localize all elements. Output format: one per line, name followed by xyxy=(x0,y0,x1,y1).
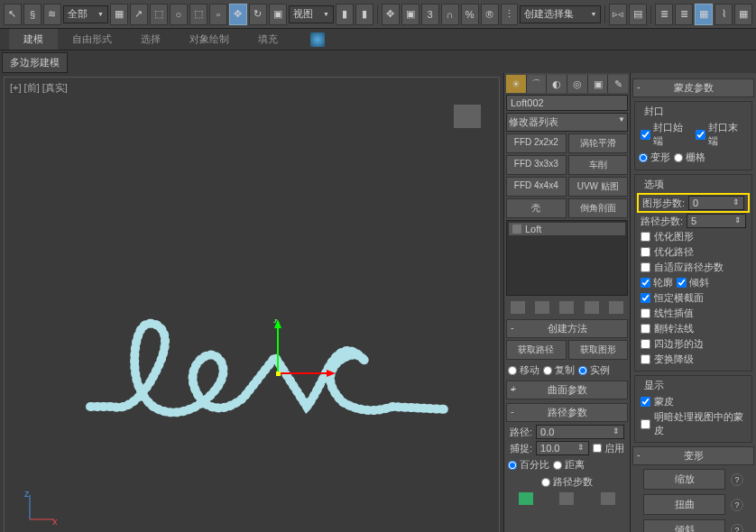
scale-icon[interactable]: ▣ xyxy=(269,4,287,25)
tool-icon[interactable]: ▦ xyxy=(695,4,713,25)
snap-icon[interactable]: ® xyxy=(481,4,499,25)
move-icon[interactable]: ✥ xyxy=(229,4,247,25)
tool-icon[interactable]: ▦ xyxy=(110,4,128,25)
morph-radio[interactable]: 变形 xyxy=(639,151,670,164)
marquee-icon[interactable]: ⬚ xyxy=(150,4,168,25)
opt-check[interactable]: 变换降级 xyxy=(637,352,750,367)
circle-icon[interactable]: ○ xyxy=(170,4,188,25)
radio-pct[interactable]: 百分比 xyxy=(508,458,549,472)
toggle-icon[interactable]: ? xyxy=(731,473,743,486)
radio-steps[interactable]: 路径步数 xyxy=(541,475,593,489)
tab-freeform[interactable]: 自由形式 xyxy=(58,29,126,50)
cap-start-check[interactable]: 封口始端 xyxy=(641,121,692,148)
tool-icon[interactable]: ✥ xyxy=(382,4,400,25)
mod-btn[interactable]: 壳 xyxy=(506,198,567,218)
prev-icon[interactable] xyxy=(559,492,574,505)
tool-icon[interactable]: ▮ xyxy=(355,4,373,25)
tool-icon[interactable]: ↖ xyxy=(4,4,22,25)
mod-btn[interactable]: FFD 4x4x4 xyxy=(506,177,567,197)
tool-icon[interactable]: ↗ xyxy=(130,4,148,25)
mod-btn[interactable]: 涡轮平滑 xyxy=(568,133,629,153)
path-spinner[interactable]: 0.0 xyxy=(536,425,624,439)
object-name-input[interactable] xyxy=(506,95,628,111)
tool-icon[interactable] xyxy=(585,301,599,314)
mod-btn[interactable]: 倒角剖面 xyxy=(568,198,629,218)
teeter-deform-btn[interactable]: 倾斜 xyxy=(643,519,725,532)
mirror-icon[interactable]: ▹◃ xyxy=(609,4,627,25)
radio-instance[interactable]: 实例 xyxy=(578,363,610,377)
snap-icon[interactable]: ∩ xyxy=(441,4,459,25)
mod-btn[interactable]: FFD 2x2x2 xyxy=(506,133,567,153)
modifier-dropdown[interactable]: 修改器列表 xyxy=(506,113,628,132)
radio-copy[interactable]: 复制 xyxy=(543,363,575,377)
modifier-stack[interactable]: Loft xyxy=(506,220,628,296)
viewport-label[interactable]: [+] [前] [真实] xyxy=(10,81,68,95)
tool-icon[interactable]: ▣ xyxy=(401,4,419,25)
tool-icon[interactable]: ⋮ xyxy=(501,4,519,25)
tab-objpaint[interactable]: 对象绘制 xyxy=(175,29,244,50)
opt-check[interactable]: 倾斜 xyxy=(677,276,709,289)
snap-spinner[interactable]: 10.0 xyxy=(536,441,589,455)
rollup-deform[interactable]: 变形 xyxy=(632,446,754,465)
get-shape-btn[interactable]: 获取图形 xyxy=(568,340,629,360)
toggle-icon[interactable]: ? xyxy=(731,524,743,533)
tab-icon[interactable]: ◎ xyxy=(567,75,587,93)
radio-dist[interactable]: 距离 xyxy=(553,458,585,472)
snap-icon[interactable]: % xyxy=(461,4,479,25)
scale-deform-btn[interactable]: 缩放 xyxy=(643,469,725,490)
move-gizmo[interactable]: y xyxy=(271,319,343,391)
tab-modify-icon[interactable]: ⌒ xyxy=(527,75,547,93)
tab-selection[interactable]: 选择 xyxy=(126,29,175,50)
curve-icon[interactable]: ⌇ xyxy=(715,4,733,25)
tool-icon[interactable]: ▫ xyxy=(209,4,227,25)
refsys-dropdown[interactable]: 视图 xyxy=(289,5,334,23)
mod-btn[interactable]: UVW 贴图 xyxy=(568,177,629,197)
viewport[interactable]: [+] [前] [真实] y zx xyxy=(4,77,500,532)
tab-fill[interactable]: 填充 xyxy=(244,29,292,50)
config-icon[interactable] xyxy=(609,301,623,314)
mod-btn[interactable]: 车削 xyxy=(568,155,629,175)
viewcube[interactable] xyxy=(454,105,481,128)
fence-icon[interactable]: ⬚ xyxy=(189,4,207,25)
path-steps-spinner[interactable]: 5 xyxy=(687,214,746,228)
opt-check[interactable]: 四边形的边 xyxy=(637,336,750,352)
tool-icon[interactable]: ▮ xyxy=(336,4,354,25)
opt-check[interactable]: 线性插值 xyxy=(637,306,750,321)
tool-icon[interactable]: ≣ xyxy=(675,4,693,25)
schematic-icon[interactable]: ▦ xyxy=(734,4,752,25)
twist-deform-btn[interactable]: 扭曲 xyxy=(643,494,725,515)
opt-check[interactable]: 自适应路径步数 xyxy=(637,260,750,275)
opt-check[interactable]: 翻转法线 xyxy=(637,321,750,336)
tab-create-icon[interactable]: ☀ xyxy=(506,75,526,93)
snap-icon[interactable]: 3 xyxy=(421,4,439,25)
opt-check[interactable]: 优化图形 xyxy=(637,229,750,244)
selset-dropdown[interactable]: 创建选择集 xyxy=(520,5,601,23)
opt-check[interactable]: 优化路径 xyxy=(637,244,750,260)
rotate-icon[interactable]: ↻ xyxy=(249,4,267,25)
tool-icon[interactable]: § xyxy=(23,4,41,25)
tool-icon[interactable] xyxy=(559,301,574,314)
opt-check[interactable]: 恒定横截面 xyxy=(637,290,750,306)
radio-move[interactable]: 移动 xyxy=(508,363,539,377)
tab-icon[interactable]: ▣ xyxy=(588,75,608,93)
get-path-btn[interactable]: 获取路径 xyxy=(506,340,567,360)
sub-tab-polymodel[interactable]: 多边形建模 xyxy=(2,52,68,73)
pick-icon[interactable] xyxy=(519,492,533,505)
enable-check[interactable]: 启用 xyxy=(593,442,624,455)
grid-radio[interactable]: 栅格 xyxy=(674,151,705,164)
align-icon[interactable]: ▤ xyxy=(629,4,647,25)
cap-end-check[interactable]: 封口末端 xyxy=(696,121,747,148)
skin-check[interactable]: 蒙皮 xyxy=(637,394,750,409)
next-icon[interactable] xyxy=(601,492,615,505)
rollup-surface[interactable]: +曲面参数 xyxy=(506,381,628,399)
skin-shade-check[interactable]: 明暗处理视图中的蒙皮 xyxy=(637,409,750,438)
stack-item[interactable]: Loft xyxy=(509,223,625,235)
mod-btn[interactable]: FFD 3x3x3 xyxy=(506,155,567,175)
tool-icon[interactable]: ≋ xyxy=(43,4,61,25)
layer-icon[interactable]: ≣ xyxy=(655,4,673,25)
toggle-icon[interactable]: ? xyxy=(731,499,743,511)
opt-check[interactable]: 轮廓 xyxy=(641,276,673,289)
rollup-creation[interactable]: 创建方法 xyxy=(506,319,628,338)
tab-icon[interactable]: ✎ xyxy=(608,75,628,93)
rollup-skin[interactable]: 蒙皮参数 xyxy=(632,78,754,97)
